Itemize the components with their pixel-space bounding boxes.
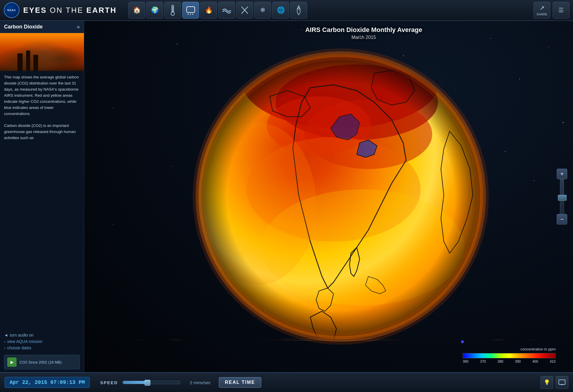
globe-title-sub: March 2015 [305,35,422,40]
zoom-handle[interactable] [558,195,567,201]
speed-value: 2 mins/sec [190,380,211,385]
choose-dates-icon: › [4,346,6,350]
panel-video: ▶ CO2 Since 2002 (18 MB) [4,355,80,369]
legend-dot [461,340,464,343]
zoom-in-button[interactable]: + [557,169,567,179]
nav-ozone[interactable] [236,2,253,19]
audio-icon: ◄ [4,333,8,337]
app-title: EYES ON THE EARTH [23,6,117,15]
svg-rect-39 [559,380,565,384]
nav-temperature[interactable] [164,2,181,19]
view-mission-icon: › [4,339,6,344]
header-right: ↗ SHARE ☰ [534,2,570,19]
bottom-right-icons: 💡 [540,376,568,389]
svg-line-6 [192,14,193,15]
description-text-2: Carbon dioxide (CO2) is an important gre… [4,123,80,141]
video-play-button[interactable]: ▶ [7,357,17,367]
panel-description: This map shows the average global carbon… [0,71,84,330]
speed-control [122,381,181,384]
view-mission-label: view AQUA mission [7,339,42,344]
globe-svg[interactable] [188,44,493,349]
nav-precipitation[interactable] [182,2,199,19]
svg-point-17 [563,122,564,123]
screen-button[interactable] [556,376,568,389]
speed-slider-track[interactable] [122,381,181,384]
nav-globe[interactable]: 🌍 [146,2,163,19]
zoom-controls: + − [557,169,567,224]
legend-bar [463,353,556,358]
header: NASA EYES ON THE EARTH 🏠 🌍 🔥 ❄ 🌐 ↗ SHARE [0,0,573,21]
nasa-logo: NASA [3,1,20,19]
nav-carbon-globe[interactable]: 🌐 [272,2,289,19]
svg-point-9 [298,8,300,9]
speed-label: SPEED [100,380,118,385]
choose-dates-label: choose dates [7,346,31,350]
globe-container[interactable]: AIRS Carbon Dioxide Monthly Average Marc… [84,21,573,372]
legend-label-410: 410 [550,359,556,364]
legend-title: concentration in ppm [463,347,556,351]
speed-slider-thumb[interactable] [145,380,150,386]
speed-slider-fill [123,381,146,384]
video-label: CO2 Since 2002 (18 MB) [19,360,62,364]
svg-point-13 [490,38,491,39]
nav-icons: 🏠 🌍 🔥 ❄ 🌐 [128,2,307,19]
nav-home[interactable]: 🏠 [128,2,145,19]
svg-rect-40 [561,384,563,385]
globe-title-area: AIRS Carbon Dioxide Monthly Average Marc… [305,26,422,40]
light-icon: 💡 [544,379,550,386]
panel-title: Carbon Dioxide [4,24,43,30]
left-panel: Carbon Dioxide « This map shows the aver… [0,21,84,372]
datetime-display: Apr 22, 2015 07:09:13 PM [5,377,90,388]
light-button[interactable]: 💡 [540,376,553,389]
zoom-track[interactable] [560,179,564,214]
legend-label-400: 400 [532,359,538,364]
panel-links: ◄ turn audio on › view AQUA mission › ch… [0,330,84,353]
nav-ice[interactable]: ❄ [254,2,271,19]
legend-label-360: 360 [463,359,469,364]
nav-rocket[interactable] [290,2,307,19]
legend-label-370: 370 [480,359,486,364]
svg-line-4 [188,14,188,15]
svg-point-15 [548,47,549,47]
audio-label: turn audio on [10,333,34,337]
svg-line-5 [190,14,191,15]
play-icon: ▶ [10,360,14,364]
real-time-button[interactable]: REAL TIME [219,377,261,388]
legend-labels: 360 370 380 390 400 410 [463,359,556,364]
nasa-meatball: NASA [4,2,19,18]
menu-button[interactable]: ☰ [553,2,570,19]
legend-bar-container: 360 370 380 390 400 410 [463,353,556,364]
main-content: Carbon Dioxide « This map shows the aver… [0,21,573,372]
panel-header: Carbon Dioxide « [0,21,84,33]
legend: concentration in ppm 360 370 380 390 400… [463,347,556,364]
nav-sea-level[interactable] [218,2,235,19]
panel-collapse-button[interactable]: « [77,24,80,30]
svg-point-26 [113,224,113,224]
zoom-out-button[interactable]: − [557,214,567,224]
svg-point-10 [177,44,177,44]
svg-point-23 [302,29,302,30]
share-button[interactable]: ↗ SHARE [534,2,550,19]
svg-point-19 [505,151,505,152]
legend-label-380: 380 [498,359,503,364]
legend-label-390: 390 [515,359,521,364]
panel-image [0,33,84,71]
globe-title-main: AIRS Carbon Dioxide Monthly Average [305,26,422,34]
svg-point-21 [534,180,534,181]
bottom-bar: Apr 22, 2015 07:09:13 PM SPEED 2 mins/se… [0,372,573,392]
nav-fire[interactable]: 🔥 [200,2,217,19]
menu-icon: ☰ [558,7,564,14]
svg-rect-3 [187,7,195,12]
description-text-1: This map shows the average global carbon… [4,74,80,117]
share-label: SHARE [536,12,547,16]
svg-point-16 [113,108,113,108]
svg-point-14 [519,79,520,79]
audio-toggle[interactable]: ◄ turn audio on [4,333,80,337]
choose-dates-link[interactable]: › choose dates [4,346,80,350]
view-mission-link[interactable]: › view AQUA mission [4,339,80,344]
svg-point-20 [171,166,172,166]
